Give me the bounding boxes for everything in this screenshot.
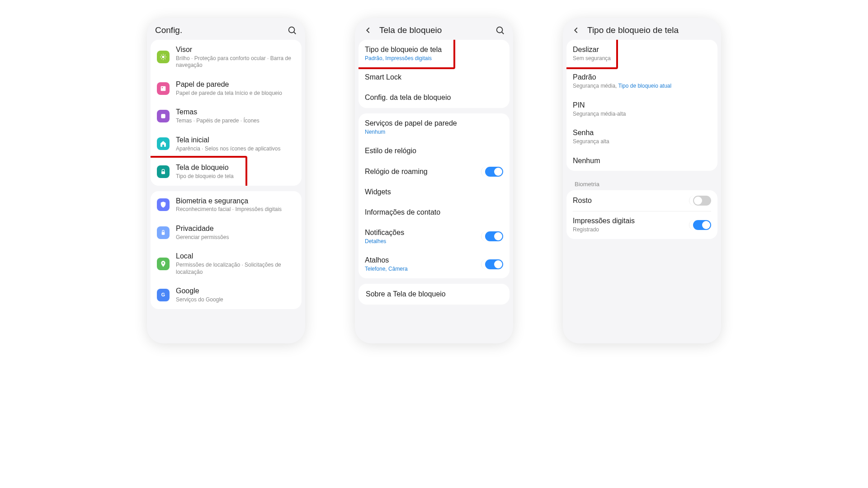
item-title: Papel de parede (176, 80, 295, 89)
item-title: Config. da tela de bloqueio (365, 93, 503, 103)
settings-item-lock-config[interactable]: Config. da tela de bloqueio (359, 88, 509, 108)
back-icon[interactable] (571, 25, 581, 35)
locktype-item-pattern[interactable]: Padrão Segurança média, Tipo de bloqueio… (566, 67, 717, 95)
header: Tela de bloqueio (355, 18, 513, 40)
biometrics-group: Rosto Impressões digitais Registrado (566, 190, 717, 239)
item-title: Nenhum (573, 156, 711, 166)
item-title: Estilo de relógio (365, 146, 503, 156)
item-text: Papel de parede Papel de parede da tela … (176, 80, 295, 97)
settings-item-smart-lock[interactable]: Smart Lock (359, 67, 509, 88)
item-title: Deslizar (573, 45, 711, 55)
svg-rect-13 (161, 114, 165, 118)
settings-item-google[interactable]: G Google Serviços do Google (151, 281, 302, 309)
search-icon[interactable] (287, 25, 297, 35)
header: Tipo de bloqueio de tela (563, 18, 721, 40)
current-lock-label: Tipo de bloqueio atual (618, 83, 672, 89)
settings-item-wallpaper-svc[interactable]: Serviços de papel de parede Nenhum (359, 113, 509, 141)
settings-item-location[interactable]: Local Permissões de localização · Solici… (151, 246, 302, 281)
phone-locktype: Tipo de bloqueio de tela Deslizar Sem se… (563, 18, 721, 343)
settings-item-shortcuts[interactable]: Atalhos Telefone, Câmera (359, 250, 509, 278)
locktype-item-swipe[interactable]: Deslizar Sem segurança (566, 40, 717, 67)
settings-item-notifications[interactable]: Notificações Detalhes (359, 223, 509, 250)
toggle[interactable] (689, 196, 711, 206)
pin-icon (157, 258, 170, 270)
svg-rect-15 (162, 232, 165, 235)
settings-item-roaming-clock[interactable]: Relógio de roaming (359, 161, 509, 182)
svg-text:G: G (161, 292, 165, 297)
item-title: Visor (176, 45, 295, 55)
svg-line-9 (161, 59, 161, 59)
svg-point-0 (289, 27, 295, 33)
item-subtitle: Gerenciar permissões (176, 234, 295, 241)
locktype-item-none[interactable]: Nenhum (566, 151, 717, 171)
item-subtitle: Segurança média, Tipo de bloqueio atual (573, 83, 711, 90)
item-title: Rosto (573, 196, 683, 206)
toggle[interactable] (481, 231, 503, 241)
settings-item-biometrics[interactable]: Biometria e segurança Reconhecimento fac… (151, 191, 302, 219)
item-subtitle: Detalhes (365, 238, 475, 245)
item-title: Temas (176, 108, 295, 117)
settings-group: Biometria e segurança Reconhecimento fac… (151, 191, 302, 309)
settings-item-contact-info[interactable]: Informações de contato (359, 202, 509, 223)
item-title: Atalhos (365, 256, 475, 265)
settings-item-home[interactable]: Tela inicial Aparência · Selos nos ícone… (151, 130, 302, 158)
search-icon[interactable] (495, 25, 505, 35)
settings-group: Tipo de bloqueio de tela Padrão, Impress… (359, 40, 509, 108)
sun-icon (157, 51, 170, 63)
locktype-item-password[interactable]: Senha Segurança alta (566, 123, 717, 150)
phone-settings: Config. Visor Brilho · Proteção para con… (147, 18, 305, 343)
settings-item-lock[interactable]: Tela de bloqueio Tipo de bloqueio de tel… (151, 158, 302, 185)
item-text: Local Permissões de localização · Solici… (176, 252, 295, 276)
biometric-item-face[interactable]: Rosto (566, 190, 717, 211)
settings-item-widgets[interactable]: Widgets (359, 182, 509, 202)
item-text: Serviços de papel de parede Nenhum (365, 119, 503, 136)
item-text: Google Serviços do Google (176, 286, 295, 303)
item-text: Informações de contato (365, 208, 503, 217)
svg-line-10 (165, 55, 165, 56)
item-text: Padrão Segurança média, Tipo de bloqueio… (573, 73, 711, 89)
settings-item-visor[interactable]: Visor Brilho · Proteção para conforto oc… (151, 40, 302, 75)
settings-item-about[interactable]: Sobre a Tela de bloqueio (359, 284, 509, 305)
lockscreen-list: Tipo de bloqueio de tela Padrão, Impress… (355, 40, 513, 343)
toggle[interactable] (481, 167, 503, 177)
item-title: Serviços de papel de parede (365, 119, 503, 128)
item-text: Relógio de roaming (365, 167, 475, 177)
privacy-icon (157, 226, 170, 239)
page-title: Tela de bloqueio (379, 25, 495, 35)
item-title: Relógio de roaming (365, 167, 475, 177)
google-icon: G (157, 289, 170, 301)
svg-line-19 (502, 32, 504, 34)
locktype-list: Deslizar Sem segurança Padrão Segurança … (563, 40, 721, 343)
settings-item-privacy[interactable]: Privacidade Gerenciar permissões (151, 219, 302, 246)
biometric-item-fingerprint[interactable]: Impressões digitais Registrado (566, 211, 717, 239)
item-title: Privacidade (176, 224, 295, 234)
item-title: Smart Lock (365, 73, 503, 82)
item-title: Impressões digitais (573, 216, 683, 226)
settings-item-wallpaper[interactable]: Papel de parede Papel de parede da tela … (151, 75, 302, 102)
section-label-biometrics: Biometria (566, 176, 717, 190)
image-icon (157, 82, 170, 95)
settings-item-clock-style[interactable]: Estilo de relógio (359, 141, 509, 161)
item-subtitle: Aparência · Selos nos ícones de aplicati… (176, 145, 295, 153)
item-title: Notificações (365, 228, 475, 238)
item-subtitle: Padrão, Impressões digitais (365, 55, 503, 62)
palette-icon (157, 110, 170, 122)
header: Config. (147, 18, 305, 40)
svg-line-7 (161, 55, 161, 56)
item-subtitle: Registrado (573, 226, 683, 234)
toggle[interactable] (689, 220, 711, 230)
svg-rect-14 (161, 171, 165, 174)
phone-lockscreen: Tela de bloqueio Tipo de bloqueio de tel… (355, 18, 513, 343)
svg-point-18 (497, 27, 503, 33)
locktype-item-pin[interactable]: PIN Segurança média-alta (566, 95, 717, 123)
settings-item-themes[interactable]: Temas Temas · Papéis de parede · Ícones (151, 102, 302, 130)
item-text: Tela inicial Aparência · Selos nos ícone… (176, 136, 295, 152)
settings-item-lock-type[interactable]: Tipo de bloqueio de tela Padrão, Impress… (359, 40, 509, 67)
page-title: Tipo de bloqueio de tela (587, 25, 713, 35)
toggle[interactable] (481, 259, 503, 269)
back-icon[interactable] (363, 25, 373, 35)
item-title: Local (176, 252, 295, 261)
settings-group: Serviços de papel de parede Nenhum Estil… (359, 113, 509, 278)
svg-line-1 (294, 32, 296, 34)
item-text: Estilo de relógio (365, 146, 503, 156)
